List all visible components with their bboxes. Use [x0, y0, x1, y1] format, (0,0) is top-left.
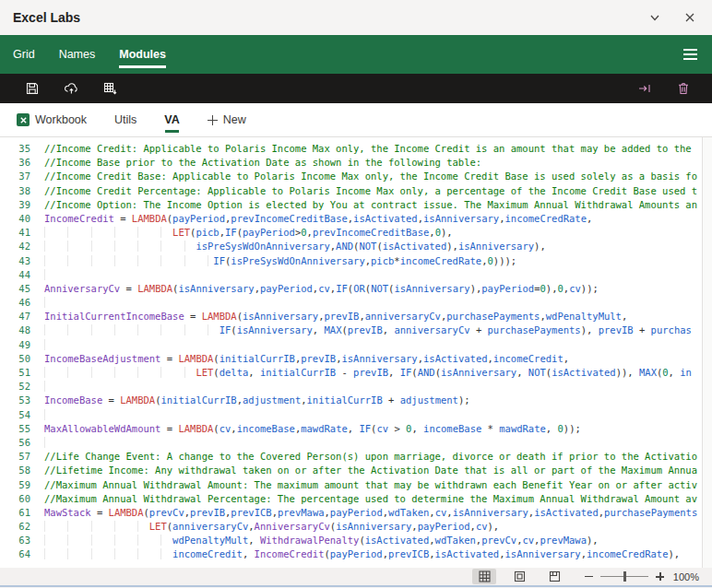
code-line[interactable]: 52 — [0, 380, 697, 394]
save-module-button[interactable] — [24, 80, 41, 97]
tab-grid-label: Grid — [13, 48, 35, 61]
module-tab-va-label: VA — [164, 113, 179, 126]
plus-icon — [656, 572, 664, 581]
zoom-level[interactable]: 100% — [671, 571, 699, 582]
code-line[interactable]: 48 IF(isAnniversary, MAX(prevIB, anniver… — [0, 323, 697, 337]
line-number: 37 — [0, 170, 30, 183]
code-line[interactable]: 40IncomeCredit = LAMBDA(payPeriod,prevIn… — [0, 212, 697, 226]
new-module-label: New — [223, 113, 246, 126]
code-line[interactable]: 59//Maximum Annual Withdrawal Amount: Th… — [0, 478, 697, 492]
line-number: 53 — [0, 394, 30, 407]
code-line[interactable]: 61MawStack = LAMBDA(prevCv,prevIB,prevIC… — [0, 506, 697, 520]
title-bar: Excel Labs — [0, 0, 712, 35]
excel-labs-pane: Excel Labs Grid Names Modules — [0, 0, 712, 588]
code-line[interactable]: 62 LET(anniversaryCv,AnniversaryCv(isAnn… — [0, 520, 697, 534]
line-number: 64 — [0, 547, 30, 561]
cloud-upload-icon — [64, 81, 79, 96]
zoom-slider[interactable] — [600, 570, 648, 582]
code-line[interactable]: 41 LET(picb,IF(payPeriod>0,prevIncomeCre… — [0, 226, 697, 240]
code-line[interactable]: 39//Income Option: The Income Option is … — [0, 198, 697, 212]
tab-names-label: Names — [59, 48, 96, 61]
normal-view-icon — [479, 570, 491, 582]
page-break-preview-icon — [549, 570, 561, 582]
line-number: 52 — [0, 380, 30, 394]
module-tab-va[interactable]: VA — [164, 103, 179, 136]
code-line[interactable]: 35//Income Credit: Applicable to Polaris… — [0, 142, 697, 156]
page-layout-icon — [514, 570, 526, 582]
workbook-icon — [17, 113, 30, 126]
line-number: 43 — [0, 254, 30, 268]
line-number: 47 — [0, 310, 30, 323]
line-number: 58 — [0, 464, 30, 477]
zoom-slider-handle[interactable] — [623, 571, 626, 582]
code-line[interactable]: 60//Maximum Annual Withdrawal Percentage… — [0, 492, 697, 506]
line-number: 46 — [0, 296, 30, 310]
page-break-preview-button[interactable] — [542, 569, 566, 584]
insert-arrow-icon — [637, 81, 653, 96]
new-module-button[interactable]: New — [208, 103, 246, 136]
code-line[interactable]: 43 IF(isPreSysWdOnAnniversary,picb*incom… — [0, 254, 697, 268]
line-number: 36 — [0, 156, 30, 170]
code-line[interactable]: 51 LET(delta, initialCurrIB - prevIB, IF… — [0, 366, 697, 380]
chevron-down-icon[interactable] — [647, 10, 662, 25]
code-line[interactable]: 38//Income Credit Percentage: Applicable… — [0, 184, 697, 198]
status-bar: 100% — [0, 568, 712, 587]
line-number: 55 — [0, 422, 30, 436]
code-line[interactable]: 50IncomeBaseAdjustment = LAMBDA(initialC… — [0, 352, 697, 366]
import-to-grid-button[interactable] — [101, 80, 118, 97]
code-line[interactable]: 64 incomeCredit, IncomeCredit(payPeriod,… — [0, 547, 697, 561]
tab-modules[interactable]: Modules — [119, 35, 166, 74]
code-line[interactable]: 55MaxAllowableWdAmount = LAMBDA(cv,incom… — [0, 422, 697, 436]
code-line[interactable]: 56 — [0, 436, 697, 450]
line-number: 45 — [0, 282, 30, 296]
pane-title: Excel Labs — [13, 10, 80, 25]
line-number: 35 — [0, 142, 30, 156]
code-line[interactable]: 63 wdPenaltyMult, WithdrawalPenalty(isAc… — [0, 534, 697, 547]
code-line[interactable]: 42 isPreSysWdOnAnniversary,AND(NOT(isAct… — [0, 240, 697, 253]
format-code-button[interactable] — [636, 80, 653, 97]
line-number: 39 — [0, 198, 30, 212]
code-line[interactable]: 58//Lifetime Income: Any withdrawal take… — [0, 464, 697, 477]
code-line[interactable]: 47InitialCurrentIncomeBase = LAMBDA(isAn… — [0, 310, 697, 323]
line-number: 49 — [0, 338, 30, 352]
page-layout-view-button[interactable] — [507, 569, 531, 584]
code-line[interactable]: 36//Income Base prior to the Activation … — [0, 156, 697, 170]
module-tab-workbook[interactable]: Workbook — [17, 103, 87, 136]
tab-names[interactable]: Names — [59, 35, 96, 74]
delete-module-button[interactable] — [675, 80, 692, 97]
normal-view-button[interactable] — [472, 569, 496, 584]
close-icon[interactable] — [682, 10, 697, 25]
tab-grid[interactable]: Grid — [13, 35, 35, 74]
code-line[interactable]: 45AnniversaryCv = LAMBDA(isAnniversary,p… — [0, 282, 697, 296]
code-line[interactable]: 46 — [0, 296, 697, 310]
line-number: 56 — [0, 436, 30, 450]
code-line[interactable]: 49 — [0, 338, 697, 352]
line-number: 42 — [0, 240, 30, 253]
code-line[interactable]: 44 — [0, 268, 697, 282]
code-line[interactable]: 53IncomeBase = LAMBDA(initialCurrIB,adju… — [0, 394, 697, 407]
minus-icon — [585, 576, 593, 578]
modules-toolbar — [0, 74, 712, 103]
code-editor[interactable]: 35//Income Credit: Applicable to Polaris… — [0, 137, 712, 568]
scrollbar-track[interactable] — [702, 137, 712, 568]
code-line[interactable]: 37//Income Credit Base: Applicable to Po… — [0, 170, 697, 183]
line-number: 57 — [0, 450, 30, 464]
line-number: 51 — [0, 366, 30, 380]
zoom-out-button[interactable] — [585, 576, 593, 578]
line-number: 38 — [0, 184, 30, 198]
module-tab-utils[interactable]: Utils — [114, 103, 136, 136]
line-number: 41 — [0, 226, 30, 240]
code-lines: 35//Income Credit: Applicable to Polaris… — [0, 137, 697, 562]
line-number: 62 — [0, 520, 30, 534]
sync-to-cloud-button[interactable] — [63, 80, 79, 97]
code-line[interactable]: 57//Life Change Event: A change to the C… — [0, 450, 697, 464]
save-icon — [25, 81, 40, 96]
nav-tabs-bar: Grid Names Modules — [0, 35, 712, 74]
tab-modules-label: Modules — [119, 48, 166, 61]
zoom-in-button[interactable] — [656, 572, 664, 581]
menu-icon[interactable] — [682, 45, 699, 64]
code-line[interactable]: 54 — [0, 408, 697, 422]
title-bar-actions — [647, 10, 697, 25]
module-tab-strip: Workbook Utils VA New — [0, 103, 712, 137]
line-number: 50 — [0, 352, 30, 366]
